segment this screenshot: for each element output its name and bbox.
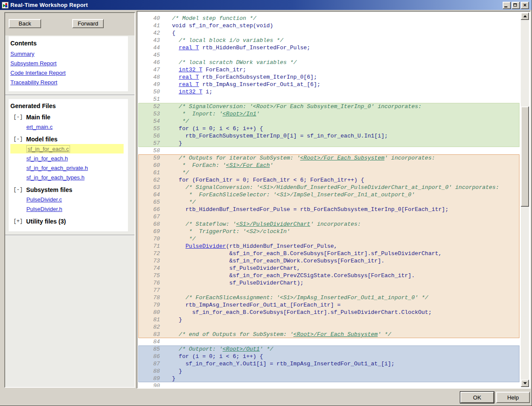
code-line: 71 PulseDivider(rtb_HiddenBuf_InsertedFo… — [138, 243, 519, 250]
code-line: 63 /* SignalConversion: '<S1>/HiddenBuf_… — [138, 184, 519, 191]
sidebar-panel: Back Forward Contents SummarySubsystem R… — [4, 12, 135, 388]
scroll-up-button[interactable] — [521, 13, 529, 20]
code-text: ' incorporates: — [310, 221, 361, 227]
arrow-down-icon — [523, 382, 527, 384]
code-line: 81 } — [138, 316, 519, 323]
code-link[interactable]: int32_T — [179, 89, 203, 95]
code-line: 48 real_T rtb_ForEachSubsystem_IterInp_0… — [138, 74, 519, 81]
code-line: 68 /* Stateflow: '<S1>/PulseDividerChart… — [138, 221, 519, 228]
code-line: 60 * ForEach: '<S1>/For Each' — [138, 162, 519, 169]
line-number: 74 — [138, 265, 160, 272]
tree-toggle-icon[interactable]: [-] — [13, 114, 23, 120]
code-text: } — [172, 375, 175, 382]
file-link-ert-main-c[interactable]: ert_main.c — [26, 124, 53, 130]
line-number: 40 — [138, 15, 160, 22]
contents-section: Contents SummarySubsystem ReportCode Int… — [9, 36, 128, 91]
scroll-down-button[interactable] — [521, 380, 529, 387]
minimize-button[interactable] — [503, 2, 511, 9]
code-link[interactable]: <Root>/For Each Subsystem — [293, 331, 378, 338]
arrow-up-icon — [523, 15, 527, 17]
code-line: 72 &sf_in_for_each_B.CoreSubsys[ForEach_… — [138, 250, 519, 257]
file-link-pulsedivider-c[interactable]: PulseDivider.c — [26, 196, 62, 203]
file-row: sf_in_for_each.h — [10, 153, 126, 163]
help-button[interactable]: Help — [496, 392, 530, 403]
code-text: */ — [172, 199, 196, 205]
code-line: 53 * Inport: '<Root>/In1' — [138, 110, 519, 118]
line-number: 50 — [138, 88, 160, 96]
code-line: 86 for (i = 0; i < 6; i++) { — [138, 353, 519, 360]
scrollbar-track[interactable] — [521, 20, 529, 380]
code-link[interactable]: real_T — [179, 45, 199, 51]
contents-link-subsystem-report[interactable]: Subsystem Report — [10, 60, 57, 67]
code-link[interactable]: real_T — [179, 81, 199, 88]
code-line: 77 — [138, 287, 519, 294]
code-link[interactable]: PulseDivider — [185, 243, 226, 249]
code-line: 66 rtb_HiddenBuf_InsertedFor_Pulse = rtb… — [138, 206, 519, 213]
code-text: sf_PulseDividerChart, — [172, 265, 300, 272]
code-text — [172, 74, 179, 80]
file-link-sf-in-for-each-types-h[interactable]: sf_in_for_each_types.h — [26, 174, 84, 181]
line-number: 87 — [138, 360, 160, 368]
sidebar-content: Contents SummarySubsystem ReportCode Int… — [5, 35, 134, 236]
ok-button[interactable]: OK — [460, 392, 494, 403]
code-text: for (i = 0; i < 6; i++) { — [172, 353, 263, 360]
code-text: /* SignalConversion: '<Root>/For Each Su… — [172, 103, 421, 110]
app-icon — [2, 2, 9, 9]
code-block: 84 — [138, 338, 519, 345]
code-text: /* local block i/o variables */ — [172, 37, 283, 44]
file-link-pulsedivider-h[interactable]: PulseDivider.h — [26, 206, 62, 212]
code-text: } — [172, 140, 182, 147]
code-link[interactable]: <S1>/PulseDividerChart — [236, 221, 310, 227]
code-link[interactable]: int32_T — [179, 67, 203, 73]
code-link[interactable]: <S1>/For Each — [226, 162, 270, 169]
line-number: 53 — [138, 110, 160, 118]
code-text: } — [172, 368, 182, 374]
code-text: */ — [172, 169, 189, 176]
tree-group-utility-files-3: [+]Utility files (3) — [10, 217, 126, 226]
tree-toggle-icon[interactable]: [+] — [13, 218, 23, 224]
code-link[interactable]: real_T — [179, 74, 199, 80]
code-text: */ — [172, 118, 189, 125]
code-line: 54 */ — [138, 118, 519, 125]
contents-link-summary[interactable]: Summary — [10, 51, 35, 58]
line-number: 54 — [138, 118, 160, 125]
line-number: 80 — [138, 309, 160, 316]
code-link[interactable]: <Root>/For Each Subsystem — [300, 155, 384, 161]
maximize-button[interactable] — [512, 2, 520, 9]
code-text: /* Outport: ' — [172, 346, 223, 352]
code-text — [172, 243, 185, 249]
code-text: rtb_ImpAsg_InsertedFor_Out1_at_[6]; — [199, 81, 320, 88]
code-text: for (ForEach_itr = 0; ForEach_itr < 6; F… — [172, 177, 364, 183]
back-button[interactable]: Back — [9, 19, 41, 28]
contents-link-code-interface-report[interactable]: Code Interface Report — [10, 70, 66, 77]
code-line: 49 real_T rtb_ImpAsg_InsertedFor_Out1_at… — [138, 81, 519, 88]
vertical-scrollbar[interactable] — [521, 13, 529, 387]
code-link[interactable]: <Root>/Out1 — [223, 346, 260, 352]
line-number: 57 — [138, 140, 160, 147]
contents-link-traceability-report[interactable]: Traceability Report — [10, 79, 57, 86]
file-link-sf-in-for-each-h[interactable]: sf_in_for_each.h — [26, 155, 68, 162]
tree-group-row: [+]Utility files (3) — [10, 217, 126, 226]
line-number: 88 — [138, 368, 160, 375]
line-number: 52 — [138, 103, 160, 110]
code-text: ' incorporates: — [385, 155, 435, 161]
tree-group-label: Model files — [26, 136, 57, 143]
line-number: 81 — [138, 316, 160, 323]
code-line: 51 — [138, 96, 519, 103]
line-number: 45 — [138, 51, 160, 59]
tree-toggle-icon[interactable]: [-] — [13, 187, 23, 193]
code-line: 82 — [138, 323, 519, 331]
scrollbar-thumb[interactable] — [521, 106, 529, 207]
code-block: 58 — [138, 147, 519, 154]
code-link[interactable]: <Root>/In1 — [223, 111, 256, 117]
file-link-sf-in-for-each-private-h[interactable]: sf_in_for_each_private.h — [26, 165, 88, 171]
line-number: 64 — [138, 191, 160, 198]
code-line: 69 * TriggerPort: '<S2>/clockIn' — [138, 228, 519, 235]
forward-button[interactable]: Forward — [72, 19, 104, 28]
tree-group-subsystem-files: [-]Subsystem filesPulseDivider.cPulseDiv… — [10, 185, 126, 214]
close-button[interactable]: × — [521, 2, 529, 9]
contents-link-row: Code Interface Report — [10, 67, 126, 77]
file-link-sf-in-for-each-c[interactable]: sf_in_for_each.c — [26, 145, 70, 153]
tree-toggle-icon[interactable]: [-] — [13, 136, 23, 142]
code-line: 42{ — [138, 29, 519, 37]
